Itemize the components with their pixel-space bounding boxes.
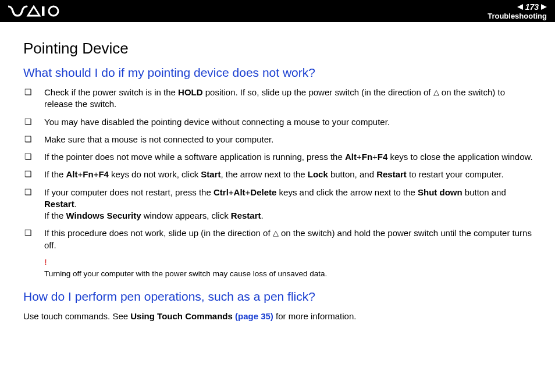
vaio-logo xyxy=(8,5,62,17)
prev-page-arrow[interactable] xyxy=(517,4,523,10)
troubleshoot-list: Check if the power switch is in the HOLD… xyxy=(23,87,534,251)
warning-text: Turning off your computer with the power… xyxy=(44,269,327,278)
vaio-logo-svg xyxy=(8,5,62,17)
svg-point-1 xyxy=(49,6,58,16)
question-1-heading: What should I do if my pointing device d… xyxy=(23,66,534,80)
list-item: Make sure that a mouse is not connected … xyxy=(23,134,534,145)
list-item: You may have disabled the pointing devic… xyxy=(23,116,534,128)
list-item: If your computer does not restart, press… xyxy=(23,187,534,222)
triangle-up-icon: △ xyxy=(273,229,279,237)
list-item: If the pointer does not move while a sof… xyxy=(23,151,534,163)
section-label: Troubleshooting xyxy=(488,12,547,20)
page-number: 173 xyxy=(525,2,539,12)
header-bar: 173 Troubleshooting xyxy=(0,0,555,22)
page-navigation: 173 xyxy=(517,2,547,12)
list-item: Check if the power switch is in the HOLD… xyxy=(23,87,534,111)
question-2-heading: How do I perform pen operations, such as… xyxy=(23,290,534,304)
question-2-answer: Use touch commands. See Using Touch Comm… xyxy=(23,311,534,322)
triangle-up-icon: △ xyxy=(433,88,439,97)
header-right: 173 Troubleshooting xyxy=(488,2,547,20)
svg-rect-0 xyxy=(42,6,45,16)
page-35-link[interactable]: (page 35) xyxy=(235,311,273,321)
list-item: If this procedure does not work, slide u… xyxy=(23,227,534,251)
page-content: Pointing Device What should I do if my p… xyxy=(0,22,555,322)
warning-note: ! Turning off your computer with the pow… xyxy=(44,257,534,279)
page-title: Pointing Device xyxy=(23,40,534,58)
warning-icon: ! xyxy=(44,257,534,268)
next-page-arrow[interactable] xyxy=(541,4,547,10)
list-item: If the Alt+Fn+F4 keys do not work, click… xyxy=(23,169,534,180)
